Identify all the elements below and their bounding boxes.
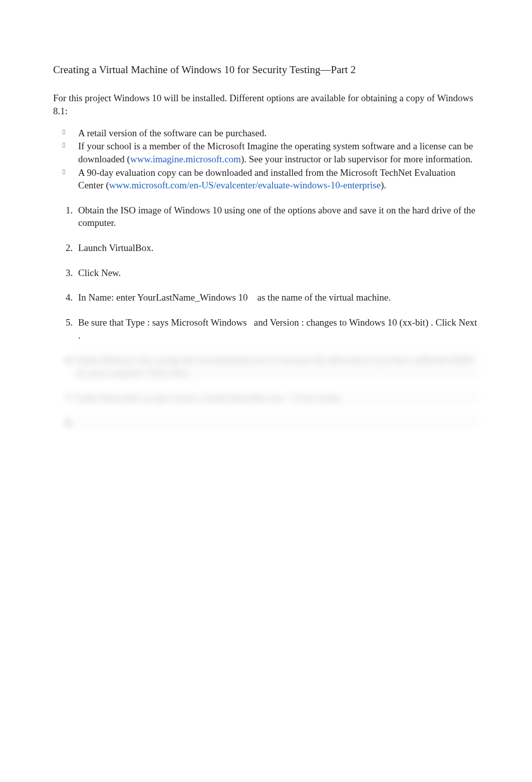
imagine-link[interactable]: www.imagine.microsoft.com <box>130 154 241 164</box>
bullet-text: ). See your instructor or lab supervisor… <box>241 154 473 164</box>
intro-paragraph: For this project Windows 10 will be inst… <box>53 92 479 117</box>
type-value: Microsoft Windows <box>171 317 246 328</box>
step-item-6: Under Memory size, accept the recommende… <box>75 354 479 379</box>
step-item-1: Obtain the ISO image of Windows 10 using… <box>75 204 479 229</box>
evalcenter-link[interactable]: www.microsoft.com/en-US/evalcenter/evalu… <box>109 180 381 190</box>
page-title: Creating a Virtual Machine of Windows 10… <box>53 63 479 77</box>
list-item: A 90-day evaluation copy can be download… <box>62 166 479 192</box>
options-list: A retail version of the software can be … <box>62 127 479 192</box>
step-body: Launch VirtualBox. <box>78 241 479 254</box>
step-item-7: Under Hard disk, accept Create a virtual… <box>75 392 479 405</box>
step-body: Click New. <box>78 267 479 280</box>
step-body: In Name: enter YourLastName_Windows 10 a… <box>78 291 479 304</box>
step-body: Obtain the ISO image of Windows 10 using… <box>78 204 479 229</box>
step-text: : changes to <box>299 317 349 328</box>
step-body <box>75 416 479 429</box>
step-text: : enter <box>111 292 137 303</box>
step-body: Be sure that Type : says Microsoft Windo… <box>78 316 479 342</box>
step-text: In <box>78 292 89 303</box>
step-text: . Click <box>428 317 458 328</box>
steps-list: Obtain the ISO image of Windows 10 using… <box>75 204 479 429</box>
step-item-4: In Name: enter YourLastName_Windows 10 a… <box>75 291 479 304</box>
blurred-region: Under Memory size, accept the recommende… <box>75 354 479 429</box>
step-text: and <box>251 317 270 328</box>
bullet-text: ). <box>381 180 386 190</box>
type-label: Type <box>126 317 145 328</box>
next-label: Next <box>458 317 477 328</box>
document-page: Creating a Virtual Machine of Windows 10… <box>0 0 532 471</box>
step-body: Under Hard disk, accept Create a virtual… <box>75 392 479 405</box>
step-text: Be sure that <box>78 317 126 328</box>
step-item-2: Launch VirtualBox. <box>75 241 479 254</box>
list-item: If your school is a member of the Micros… <box>62 140 479 165</box>
version-label: Version <box>270 317 299 328</box>
step-item-8 <box>75 416 479 429</box>
bullet-text: A retail version of the software can be … <box>78 128 267 138</box>
step-name-label: Name <box>89 292 111 303</box>
version-value: Windows 10 (xx-bit) <box>349 317 429 328</box>
list-item: A retail version of the software can be … <box>62 127 479 140</box>
step-body: Under Memory size, accept the recommende… <box>75 354 479 379</box>
step-text: : says <box>145 317 171 328</box>
step-text: as the name of the virtual machine. <box>255 292 391 303</box>
vm-name-value: YourLastName_Windows 10 <box>137 292 248 303</box>
step-item-5: Be sure that Type : says Microsoft Windo… <box>75 316 479 342</box>
step-text: . <box>78 330 81 341</box>
step-item-3: Click New. <box>75 267 479 280</box>
